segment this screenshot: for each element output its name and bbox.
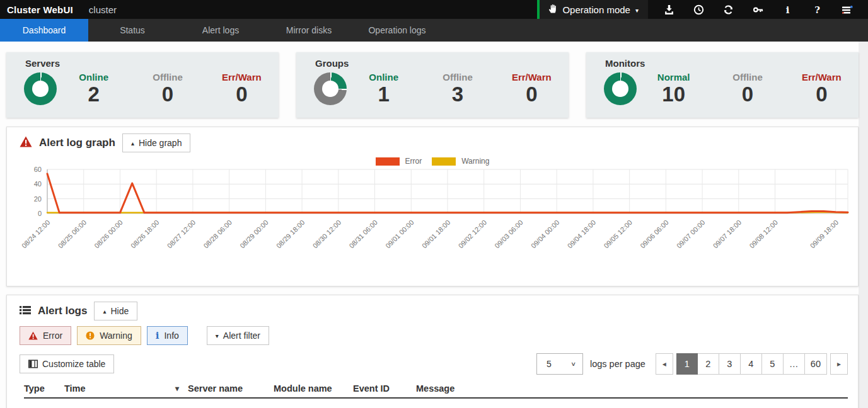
svg-text:08/30 12:00: 08/30 12:00 xyxy=(311,218,343,250)
svg-text:09/06 06:00: 09/06 06:00 xyxy=(639,218,670,250)
monitors-donut-chart xyxy=(604,72,637,105)
menu-icon[interactable] xyxy=(832,0,862,19)
column-header-type[interactable]: Type xyxy=(24,383,64,394)
servers-card: Servers Online2 Offline0 Err/Warn0 xyxy=(6,52,279,118)
refresh-icon[interactable] xyxy=(714,0,743,19)
alert-logs-panel: Alert logs ▴ Hide Error Warning i Info ▾… xyxy=(6,295,859,408)
svg-text:08/28 06:00: 08/28 06:00 xyxy=(202,218,233,250)
stat-label: Online xyxy=(57,72,130,82)
stat-label: Offline xyxy=(130,72,204,82)
svg-text:09/07 18:00: 09/07 18:00 xyxy=(712,218,743,250)
tab-dashboard[interactable]: Dashboard xyxy=(0,19,88,42)
card-title: Monitors xyxy=(605,58,859,69)
filter-warning-button[interactable]: Warning xyxy=(77,326,141,345)
svg-text:09/04 18:00: 09/04 18:00 xyxy=(566,218,598,250)
warning-swatch xyxy=(432,157,456,166)
top-bar: Cluster WebUI cluster Operation mode ▾ xyxy=(0,0,868,19)
svg-text:09/01 00:00: 09/01 00:00 xyxy=(384,218,415,250)
triangle-up-icon: ▴ xyxy=(103,308,106,315)
stat-value: 0 xyxy=(785,82,859,106)
stat-value: 0 xyxy=(205,82,279,106)
log-table-header: Type Time ▾ Server name Module name Even… xyxy=(24,383,848,399)
tab-status[interactable]: Status xyxy=(88,19,176,42)
stat-label: Err/Warn xyxy=(205,72,279,82)
page-button-…[interactable]: … xyxy=(784,353,805,375)
column-header-time[interactable]: Time ▾ xyxy=(64,383,188,394)
logs-panel-title: Alert logs xyxy=(38,305,87,317)
toolbar: i ? xyxy=(648,0,868,19)
svg-text:09/07 00:00: 09/07 00:00 xyxy=(675,218,707,250)
svg-text:20: 20 xyxy=(34,195,42,203)
stat-value: 3 xyxy=(420,82,494,106)
graph-panel-title: Alert log graph xyxy=(39,137,115,149)
page-button-4[interactable]: 4 xyxy=(741,353,762,375)
operation-mode-dropdown[interactable]: Operation mode ▾ xyxy=(540,0,648,19)
legend-error[interactable]: Error xyxy=(376,157,422,166)
servers-donut-chart xyxy=(24,72,57,105)
column-header-module-name[interactable]: Module name xyxy=(274,383,353,394)
svg-text:08/25 06:00: 08/25 06:00 xyxy=(57,218,88,250)
monitors-card: Monitors Normal10 Offline0 Err/Warn0 xyxy=(586,52,859,118)
svg-text:40: 40 xyxy=(34,180,42,188)
filter-info-button[interactable]: i Info xyxy=(147,326,188,345)
operation-mode-label: Operation mode xyxy=(562,4,630,15)
svg-text:08/24 12:00: 08/24 12:00 xyxy=(20,218,52,250)
clock-icon[interactable] xyxy=(684,0,714,19)
svg-text:08/29 18:00: 08/29 18:00 xyxy=(275,218,306,250)
next-page-button[interactable]: ▸ xyxy=(830,353,848,375)
previous-page-button[interactable]: ◂ xyxy=(656,353,673,375)
triangle-down-icon: ▾ xyxy=(216,332,219,339)
app-title: Cluster WebUI xyxy=(7,4,73,15)
page-button-5[interactable]: 5 xyxy=(762,353,784,375)
column-header-server-name[interactable]: Server name xyxy=(188,383,274,394)
svg-text:09/03 06:00: 09/03 06:00 xyxy=(493,218,524,250)
stat-value: 0 xyxy=(495,82,569,106)
triangle-up-icon: ▴ xyxy=(131,140,134,147)
hide-logs-button[interactable]: ▴ Hide xyxy=(94,302,137,320)
error-swatch xyxy=(376,157,400,166)
chevron-down-icon: ∨ xyxy=(570,361,576,368)
svg-text:08/27 12:00: 08/27 12:00 xyxy=(166,218,197,250)
svg-text:08/29 00:00: 08/29 00:00 xyxy=(238,218,270,250)
page-button-3[interactable]: 3 xyxy=(719,353,741,375)
list-icon xyxy=(20,305,31,318)
info-i-icon: i xyxy=(156,331,159,341)
chevron-down-icon: ▾ xyxy=(635,7,639,14)
alert-log-line-chart: 020406008/24 12:0008/25 06:0008/26 00:00… xyxy=(12,166,854,261)
stat-value: 1 xyxy=(347,82,420,106)
key-icon[interactable] xyxy=(743,0,773,19)
page-button-2[interactable]: 2 xyxy=(698,353,719,375)
sort-desc-icon: ▾ xyxy=(175,384,179,393)
alert-filter-button[interactable]: ▾ Alert filter xyxy=(207,326,269,345)
error-triangle-icon xyxy=(28,331,38,340)
cluster-webui-page: Cluster WebUI cluster Operation mode ▾ xyxy=(0,0,868,408)
download-icon[interactable] xyxy=(654,0,684,19)
customize-table-button[interactable]: Customize table xyxy=(20,354,114,373)
stat-value: 10 xyxy=(637,82,710,106)
svg-text:09/05 12:00: 09/05 12:00 xyxy=(602,218,634,250)
tab-mirror-disks[interactable]: Mirror disks xyxy=(265,19,353,42)
warning-circle-icon xyxy=(86,331,95,340)
stat-value: 2 xyxy=(57,82,130,106)
log-filter-row: Error Warning i Info ▾ Alert filter xyxy=(20,326,848,345)
tab-alert-logs[interactable]: Alert logs xyxy=(176,19,265,42)
tab-operation-logs[interactable]: Operation logs xyxy=(353,19,441,42)
column-header-message[interactable]: Message xyxy=(416,383,848,394)
stat-label: Err/Warn xyxy=(785,72,859,82)
page-button-1[interactable]: 1 xyxy=(676,353,698,375)
groups-card: Groups Online1 Offline3 Err/Warn0 xyxy=(296,52,569,118)
scrollbar-gutter[interactable] xyxy=(859,42,868,408)
alert-warning-icon xyxy=(20,136,32,150)
svg-text:60: 60 xyxy=(34,166,42,173)
legend-warning[interactable]: Warning xyxy=(432,157,489,166)
chart-legend: Error Warning xyxy=(7,157,858,166)
help-icon[interactable]: ? xyxy=(802,0,832,19)
info-icon[interactable]: i xyxy=(773,0,802,19)
svg-text:08/31 06:00: 08/31 06:00 xyxy=(347,218,379,250)
logs-per-page-select[interactable]: 5 ∨ xyxy=(536,353,583,375)
page-button-60[interactable]: 60 xyxy=(805,353,827,375)
column-header-event-id[interactable]: Event ID xyxy=(353,383,416,394)
filter-error-button[interactable]: Error xyxy=(20,326,71,345)
hide-graph-button[interactable]: ▴ Hide graph xyxy=(122,133,191,152)
svg-text:?: ? xyxy=(814,4,820,15)
